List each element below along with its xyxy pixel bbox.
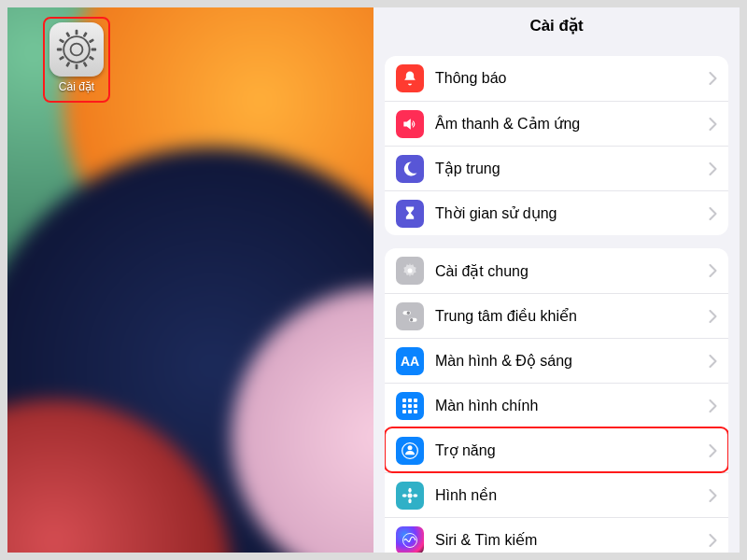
wallpaper-icon [396, 482, 424, 510]
chevron-right-icon [709, 489, 717, 502]
settings-row-label: Màn hình chính [435, 398, 709, 414]
settings-row-controlcenter[interactable]: Trung tâm điều khiển [385, 293, 728, 338]
settings-panel: Cài đặt Thông báoÂm thanh & Cảm ứngTập t… [374, 7, 740, 553]
settings-scroll[interactable]: Thông báoÂm thanh & Cảm ứngTập trungThời… [374, 43, 740, 553]
settings-row-label: Thời gian sử dụng [435, 204, 709, 222]
settings-group-1: Thông báoÂm thanh & Cảm ứngTập trungThời… [385, 56, 728, 235]
chevron-right-icon [709, 162, 717, 175]
chevron-right-icon [709, 118, 717, 131]
chevron-right-icon [709, 444, 717, 457]
settings-row-accessibility[interactable]: Trợ năng [385, 427, 728, 472]
settings-row-label: Thông báo [435, 70, 709, 87]
settings-row-focus[interactable]: Tập trung [385, 146, 728, 190]
chevron-right-icon [709, 355, 717, 368]
settings-row-homescreen[interactable]: Màn hình chính [385, 383, 728, 427]
settings-row-label: Trung tâm điều khiển [435, 307, 709, 325]
settings-app-highlight: Cài đặt [43, 17, 110, 103]
settings-row-label: Màn hình & Độ sáng [435, 352, 709, 370]
gear-icon [55, 28, 98, 71]
siri-icon [396, 526, 424, 553]
settings-row-label: Trợ năng [435, 441, 709, 459]
general-icon [396, 257, 424, 285]
settings-row-screentime[interactable]: Thời gian sử dụng [385, 190, 728, 235]
settings-row-general[interactable]: Cài đặt chung [385, 248, 728, 293]
settings-app-label: Cài đặt [59, 80, 94, 93]
settings-row-siri[interactable]: Siri & Tìm kiếm [385, 517, 728, 553]
settings-row-label: Siri & Tìm kiếm [435, 531, 709, 549]
settings-row-label: Hình nền [435, 486, 709, 504]
settings-row-wallpaper[interactable]: Hình nền [385, 472, 728, 517]
chevron-right-icon [709, 264, 717, 277]
settings-app-icon[interactable] [49, 22, 104, 77]
chevron-right-icon [709, 534, 717, 547]
chevron-right-icon [709, 310, 717, 323]
homescreen-panel: Cài đặt [7, 7, 374, 553]
controlcenter-icon [396, 302, 424, 330]
settings-row-sounds[interactable]: Âm thanh & Cảm ứng [385, 101, 728, 146]
svg-point-0 [71, 44, 83, 56]
settings-row-notifications[interactable]: Thông báo [385, 56, 728, 101]
settings-row-label: Cài đặt chung [435, 262, 709, 280]
sounds-icon [396, 110, 424, 138]
accessibility-icon [396, 437, 424, 465]
settings-row-label: Âm thanh & Cảm ứng [435, 115, 709, 133]
chevron-right-icon [709, 207, 717, 220]
settings-row-display[interactable]: AAMàn hình & Độ sáng [385, 338, 728, 383]
notifications-icon [396, 64, 424, 92]
tutorial-frame: Cài đặt Cài đặt Thông báoÂm thanh & Cảm … [7, 7, 740, 553]
screentime-icon [396, 200, 424, 228]
svg-point-1 [63, 36, 90, 63]
focus-icon [396, 155, 424, 183]
svg-rect-2 [76, 30, 78, 35]
chevron-right-icon [709, 399, 717, 413]
page-title: Cài đặt [374, 7, 740, 43]
settings-group-2: Cài đặt chungTrung tâm điều khiểnAAMàn h… [385, 248, 728, 553]
chevron-right-icon [709, 72, 717, 85]
homescreen-icon [396, 392, 424, 420]
settings-row-label: Tập trung [435, 160, 709, 177]
display-icon: AA [396, 347, 424, 375]
